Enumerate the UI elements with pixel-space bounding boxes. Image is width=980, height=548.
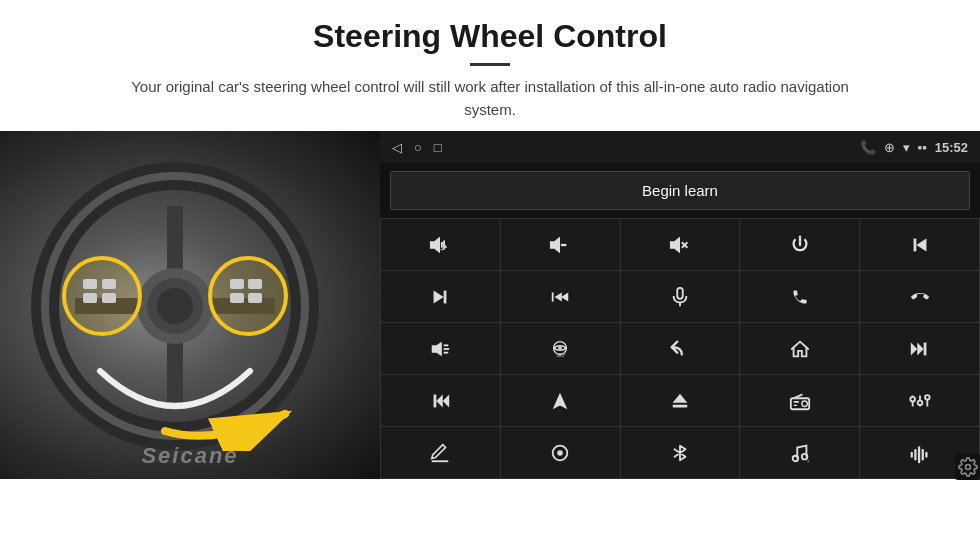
svg-marker-37 <box>432 341 442 356</box>
eject-button[interactable] <box>621 375 740 426</box>
hang-up-button[interactable] <box>860 271 979 322</box>
svg-point-68 <box>802 453 808 459</box>
power-button[interactable] <box>740 219 859 270</box>
svg-rect-14 <box>230 293 244 303</box>
equalizer-button[interactable] <box>860 375 979 426</box>
svg-rect-52 <box>673 404 688 407</box>
svg-rect-55 <box>793 401 799 403</box>
svg-rect-53 <box>791 398 809 409</box>
svg-rect-16 <box>248 293 262 303</box>
svg-marker-31 <box>434 290 444 303</box>
svg-marker-34 <box>561 292 568 301</box>
svg-rect-10 <box>83 293 97 303</box>
begin-learn-row: Begin learn <box>380 163 980 218</box>
svg-rect-13 <box>230 279 244 289</box>
svg-point-42 <box>558 346 562 350</box>
svg-marker-48 <box>437 394 443 407</box>
svg-point-59 <box>910 396 915 401</box>
svg-marker-46 <box>910 342 916 355</box>
svg-marker-45 <box>917 342 923 355</box>
mic-button[interactable] <box>621 271 740 322</box>
svg-point-75 <box>966 465 971 470</box>
vol-up-button[interactable]: + <box>381 219 500 270</box>
rewind-button[interactable] <box>860 323 979 374</box>
write-button[interactable] <box>381 427 500 478</box>
location-icon: ⊕ <box>884 140 895 155</box>
phone-status-icon: 📞 <box>860 140 876 155</box>
back-button[interactable] <box>621 323 740 374</box>
svg-marker-51 <box>673 393 688 402</box>
svg-marker-50 <box>553 392 568 409</box>
svg-text:+: + <box>440 245 444 254</box>
svg-point-66 <box>557 450 563 456</box>
fast-forward-button[interactable] <box>501 271 620 322</box>
clock-display: 15:52 <box>935 140 968 155</box>
header-section: Steering Wheel Control Your original car… <box>0 0 980 131</box>
svg-point-54 <box>802 401 808 407</box>
next-button[interactable] <box>381 271 500 322</box>
svg-rect-12 <box>102 293 116 303</box>
svg-marker-47 <box>434 394 437 407</box>
svg-marker-25 <box>671 238 679 251</box>
statusbar-left: ◁ ○ □ <box>392 140 442 155</box>
svg-rect-15 <box>248 279 262 289</box>
navigation-button[interactable] <box>501 375 620 426</box>
settings-knob-button[interactable] <box>501 427 620 478</box>
subtitle-text: Your original car's steering wheel contr… <box>110 76 870 121</box>
vol-down-button[interactable] <box>501 219 620 270</box>
page-container: Steering Wheel Control Your original car… <box>0 0 980 548</box>
svg-point-6 <box>157 288 193 324</box>
home-button[interactable] <box>740 323 859 374</box>
back-nav-icon[interactable]: ◁ <box>392 140 402 155</box>
battery-icon: ▪▪ <box>918 140 927 155</box>
settings-gear-icon[interactable] <box>955 454 980 480</box>
svg-point-61 <box>917 400 922 405</box>
svg-marker-23 <box>551 238 559 251</box>
svg-rect-9 <box>83 279 97 289</box>
svg-rect-56 <box>793 404 797 405</box>
svg-marker-28 <box>913 238 916 251</box>
controls-grid: + <box>380 218 980 479</box>
skip-forward-button[interactable] <box>381 375 500 426</box>
svg-rect-11 <box>102 279 116 289</box>
svg-marker-29 <box>916 238 926 251</box>
statusbar-right: 📞 ⊕ ▾ ▪▪ 15:52 <box>860 140 968 155</box>
svg-marker-30 <box>444 290 447 303</box>
camera-360-button[interactable]: 360° <box>501 323 620 374</box>
svg-marker-49 <box>443 394 449 407</box>
mute-button[interactable] <box>621 219 740 270</box>
seicane-watermark: Seicane <box>141 443 238 469</box>
title-divider <box>470 63 510 66</box>
home-nav-icon[interactable]: ○ <box>414 140 422 155</box>
bluetooth-button[interactable] <box>621 427 740 478</box>
phone-button[interactable] <box>740 271 859 322</box>
horn-button[interactable] <box>381 323 500 374</box>
android-screen: ◁ ○ □ 📞 ⊕ ▾ ▪▪ 15:52 Begin learn <box>380 131 980 479</box>
android-statusbar: ◁ ○ □ 📞 ⊕ ▾ ▪▪ 15:52 <box>380 131 980 163</box>
radio-button[interactable] <box>740 375 859 426</box>
page-title: Steering Wheel Control <box>40 18 940 55</box>
steering-wheel-image: Seicane <box>0 131 380 479</box>
svg-marker-33 <box>555 292 562 301</box>
svg-point-63 <box>925 395 930 400</box>
prev-track-button[interactable] <box>860 219 979 270</box>
svg-text:360°: 360° <box>557 353 567 358</box>
yellow-arrow <box>155 376 340 451</box>
svg-point-67 <box>792 455 798 461</box>
content-row: Seicane ◁ ○ □ 📞 ⊕ ▾ ▪▪ 15:52 <box>0 131 980 548</box>
svg-marker-18 <box>431 238 439 251</box>
svg-rect-35 <box>677 287 683 298</box>
music-button[interactable] <box>740 427 859 478</box>
svg-marker-44 <box>923 342 926 355</box>
wifi-icon: ▾ <box>903 140 910 155</box>
sound-wave-button[interactable] <box>860 427 979 478</box>
begin-learn-button[interactable]: Begin learn <box>390 171 970 210</box>
recents-nav-icon[interactable]: □ <box>434 140 442 155</box>
